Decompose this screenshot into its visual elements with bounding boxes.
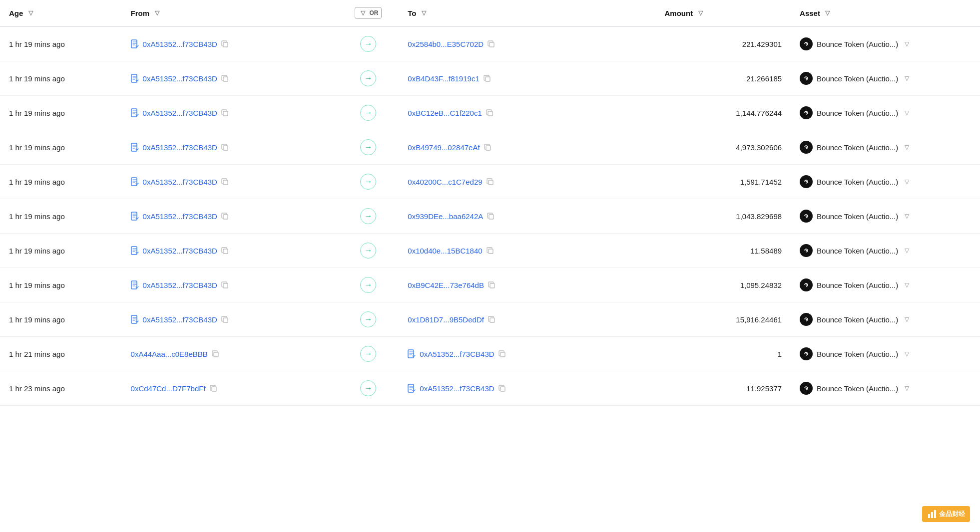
from-address-link[interactable]: 0xA44Aaa...c0E8eBBB — [131, 350, 208, 358]
transfer-arrow-button[interactable]: → — [360, 36, 376, 52]
svg-point-29 — [806, 216, 807, 217]
doc-icon — [131, 177, 139, 186]
to-address-link[interactable]: 0xB49749...02847eAf — [408, 143, 480, 152]
asset-row-filter-icon[interactable]: ▽ — [902, 143, 911, 152]
to-copy-icon[interactable] — [487, 247, 494, 255]
asset-token-icon — [800, 141, 813, 154]
col-header-to: To ▽ — [399, 0, 655, 26]
to-address-link[interactable]: 0xB9C42E...73e764dB — [408, 281, 484, 289]
asset-row-filter-icon[interactable]: ▽ — [902, 74, 911, 83]
from-address-link[interactable]: 0xA51352...f73CB43D — [143, 212, 217, 221]
asset-label: Asset — [800, 9, 820, 17]
asset-row-filter-icon[interactable]: ▽ — [902, 349, 911, 358]
asset-row-filter-icon[interactable]: ▽ — [902, 177, 911, 186]
from-copy-icon[interactable] — [221, 40, 229, 48]
to-copy-icon[interactable] — [484, 144, 491, 151]
amount-cell: 11.925377 — [655, 371, 791, 406]
from-copy-icon[interactable] — [221, 178, 229, 186]
transfer-arrow-button[interactable]: → — [360, 139, 376, 155]
age-filter-icon[interactable]: ▽ — [26, 8, 35, 17]
asset-row-filter-icon[interactable]: ▽ — [902, 384, 911, 393]
svg-point-24 — [806, 181, 807, 182]
from-copy-icon[interactable] — [221, 144, 229, 151]
from-address-link[interactable]: 0xA51352...f73CB43D — [143, 281, 217, 289]
transfer-arrow-button[interactable]: → — [360, 346, 376, 362]
asset-row-filter-icon[interactable]: ▽ — [902, 246, 911, 255]
to-address-link[interactable]: 0xBC12eB...C1f220c1 — [408, 109, 482, 117]
to-address-link[interactable]: 0x939DEe...baa6242A — [408, 212, 483, 221]
to-copy-icon[interactable] — [486, 109, 493, 117]
transfer-arrow-button[interactable]: → — [360, 208, 376, 224]
to-copy-icon[interactable] — [488, 281, 495, 289]
asset-name-label: Bounce Token (Auctio...) — [817, 315, 898, 324]
to-address-link[interactable]: 0x10d40e...15BC1840 — [408, 247, 482, 255]
table-row: 1 hr 19 mins ago0xA51352...f73CB43D→0x93… — [0, 199, 980, 234]
svg-rect-45 — [214, 352, 218, 357]
amount-cell: 1 — [655, 337, 791, 371]
age-cell: 1 hr 19 mins ago — [0, 268, 122, 302]
transfer-arrow-button[interactable]: → — [360, 311, 376, 327]
from-address-link[interactable]: 0xA51352...f73CB43D — [143, 109, 217, 117]
from-copy-icon[interactable] — [221, 109, 229, 117]
from-copy-icon[interactable] — [221, 247, 229, 255]
to-filter-icon[interactable]: ▽ — [420, 8, 429, 17]
transfer-arrow-button[interactable]: → — [360, 105, 376, 121]
from-address-link[interactable]: 0xA51352...f73CB43D — [143, 143, 217, 152]
transfer-arrow-button[interactable]: → — [360, 243, 376, 259]
svg-rect-0 — [131, 40, 137, 48]
or-filter-icon[interactable]: ▽ — [358, 8, 367, 17]
from-address-link[interactable]: 0xA51352...f73CB43D — [143, 247, 217, 255]
from-copy-icon[interactable] — [221, 316, 229, 323]
from-copy-icon[interactable] — [221, 75, 229, 82]
to-copy-icon[interactable] — [487, 178, 494, 186]
asset-row-filter-icon[interactable]: ▽ — [902, 280, 911, 289]
to-address-link[interactable]: 0x2584b0...E35C702D — [408, 40, 484, 48]
to-copy-icon[interactable] — [488, 316, 495, 323]
arrow-cell: → — [338, 165, 399, 199]
asset-row-filter-icon[interactable]: ▽ — [902, 212, 911, 221]
asset-row-filter-icon[interactable]: ▽ — [902, 108, 911, 117]
doc-icon — [408, 349, 416, 358]
asset-row-filter-icon[interactable]: ▽ — [902, 39, 911, 48]
asset-token-icon — [800, 106, 813, 119]
from-address-link[interactable]: 0xA51352...f73CB43D — [143, 40, 217, 48]
from-filter-icon[interactable]: ▽ — [152, 8, 161, 17]
from-address-link[interactable]: 0xA51352...f73CB43D — [143, 74, 217, 83]
asset-filter-icon[interactable]: ▽ — [823, 8, 832, 17]
svg-rect-52 — [500, 387, 505, 391]
from-copy-icon[interactable] — [221, 281, 229, 289]
asset-cell: Bounce Token (Auctio...)▽ — [791, 234, 980, 268]
asset-cell: Bounce Token (Auctio...)▽ — [791, 96, 980, 130]
to-address-link[interactable]: 0xA51352...f73CB43D — [420, 350, 494, 358]
to-copy-icon[interactable] — [487, 213, 494, 220]
from-copy-icon[interactable] — [212, 350, 219, 358]
from-address-link[interactable]: 0xA51352...f73CB43D — [143, 178, 217, 186]
transfer-arrow-button[interactable]: → — [360, 70, 376, 86]
to-address-link[interactable]: 0x40200C...c1C7ed29 — [408, 178, 482, 186]
from-cell: 0xA44Aaa...c0E8eBBB — [122, 337, 338, 371]
svg-rect-46 — [408, 350, 414, 358]
transfer-arrow-button[interactable]: → — [360, 277, 376, 293]
to-address-link[interactable]: 0xA51352...f73CB43D — [420, 384, 494, 393]
to-address-link[interactable]: 0x1D81D7...9B5DedDf — [408, 315, 484, 324]
from-copy-icon[interactable] — [221, 213, 229, 220]
amount-filter-icon[interactable]: ▽ — [696, 8, 705, 17]
doc-icon — [408, 384, 416, 393]
from-copy-icon[interactable] — [210, 385, 217, 392]
transfer-arrow-button[interactable]: → — [360, 174, 376, 190]
asset-name-label: Bounce Token (Auctio...) — [817, 40, 898, 48]
asset-row-filter-icon[interactable]: ▽ — [902, 315, 911, 324]
to-cell: 0xB4D43F...f81919c1 — [399, 61, 655, 96]
to-copy-icon[interactable] — [498, 385, 506, 392]
svg-rect-25 — [131, 212, 137, 220]
from-address-link[interactable]: 0xA51352...f73CB43D — [143, 315, 217, 324]
amount-cell: 21.266185 — [655, 61, 791, 96]
from-address-link[interactable]: 0xCd47Cd...D7F7bdFf — [131, 384, 206, 393]
transfer-arrow-button[interactable]: → — [360, 380, 376, 396]
to-copy-icon[interactable] — [488, 40, 495, 48]
svg-rect-31 — [223, 249, 228, 254]
to-copy-icon[interactable] — [484, 75, 491, 82]
to-copy-icon[interactable] — [498, 350, 506, 358]
table-row: 1 hr 19 mins ago0xA51352...f73CB43D→0xBC… — [0, 96, 980, 130]
to-address-link[interactable]: 0xB4D43F...f81919c1 — [408, 74, 479, 83]
